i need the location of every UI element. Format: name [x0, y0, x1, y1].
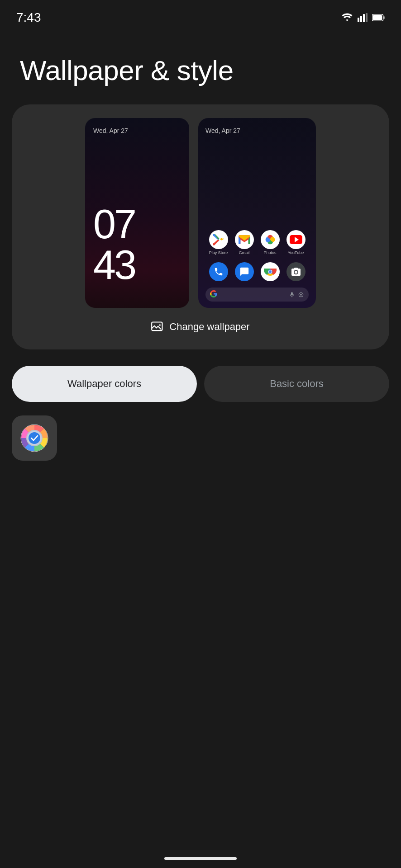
change-wallpaper-label: Change wallpaper: [169, 321, 249, 333]
svg-point-16: [300, 294, 302, 296]
messages-icon: [235, 262, 254, 281]
lock-minute: 43: [93, 245, 181, 285]
home-apps-area: Play Store Gmail: [205, 230, 309, 302]
app-row-dock: [205, 262, 309, 281]
svg-rect-1: [360, 16, 362, 22]
tab-row: Wallpaper colors Basic colors: [12, 366, 389, 402]
photos-icon: [261, 230, 280, 249]
lock-screen-time: 07 43: [93, 204, 181, 299]
wifi-icon: [341, 13, 353, 22]
app-gmail[interactable]: Gmail: [235, 230, 254, 255]
home-screen-date: Wed, Apr 27: [205, 127, 309, 134]
status-time: 7:43: [16, 10, 41, 25]
svg-point-23: [29, 432, 40, 444]
color-swatches: [0, 402, 401, 461]
wallpaper-change-icon: [151, 321, 164, 333]
lens-icon: [298, 292, 304, 298]
svg-point-13: [269, 270, 272, 273]
search-bar[interactable]: [205, 288, 309, 302]
google-g-icon: [210, 290, 217, 299]
lock-screen-date: Wed, Apr 27: [93, 127, 181, 134]
phone-icon: [209, 262, 228, 281]
home-indicator: [164, 857, 237, 860]
battery-icon: [372, 14, 385, 21]
svg-rect-5: [384, 16, 385, 19]
app-phone[interactable]: [209, 262, 228, 281]
lock-hour: 07: [93, 204, 181, 245]
photos-label: Photos: [263, 250, 276, 255]
search-mic-lens: [289, 292, 304, 298]
svg-point-14: [294, 271, 297, 274]
app-messages[interactable]: [235, 262, 254, 281]
tab-wallpaper-colors[interactable]: Wallpaper colors: [12, 366, 197, 402]
svg-point-18: [159, 324, 161, 326]
tab-basic-colors[interactable]: Basic colors: [204, 366, 389, 402]
svg-rect-3: [366, 13, 368, 22]
signal-icon: [358, 13, 368, 22]
color-wheel-icon: [19, 422, 50, 454]
youtube-label: YouTube: [288, 250, 304, 255]
svg-rect-6: [373, 15, 382, 20]
gmail-label: Gmail: [239, 250, 250, 255]
playstore-label: Play Store: [209, 250, 228, 255]
status-icons: [341, 13, 385, 22]
youtube-icon: [286, 230, 306, 249]
app-youtube[interactable]: YouTube: [286, 230, 306, 255]
status-bar: 7:43: [0, 0, 401, 27]
color-swatch-selected[interactable]: [12, 415, 57, 461]
svg-rect-2: [363, 14, 365, 22]
gmail-icon: [235, 230, 254, 249]
app-photos[interactable]: Photos: [261, 230, 280, 255]
preview-container: Wed, Apr 27 07 43 Wed, Apr 27: [12, 104, 389, 349]
svg-rect-0: [358, 18, 359, 22]
change-wallpaper-button[interactable]: Change wallpaper: [25, 321, 376, 333]
camera-icon: [286, 262, 306, 281]
app-row-top: Play Store Gmail: [205, 230, 309, 255]
mic-icon: [289, 292, 295, 298]
page-title: Wallpaper & style: [0, 27, 401, 104]
app-chrome[interactable]: [261, 262, 280, 281]
playstore-icon: [209, 230, 228, 249]
phone-previews: Wed, Apr 27 07 43 Wed, Apr 27: [25, 118, 376, 308]
home-screen-preview: Wed, Apr 27 Play: [198, 118, 316, 308]
app-playstore[interactable]: Play Store: [209, 230, 228, 255]
app-camera[interactable]: [286, 262, 306, 281]
lock-screen-preview: Wed, Apr 27 07 43: [85, 118, 189, 308]
chrome-icon: [261, 262, 280, 281]
